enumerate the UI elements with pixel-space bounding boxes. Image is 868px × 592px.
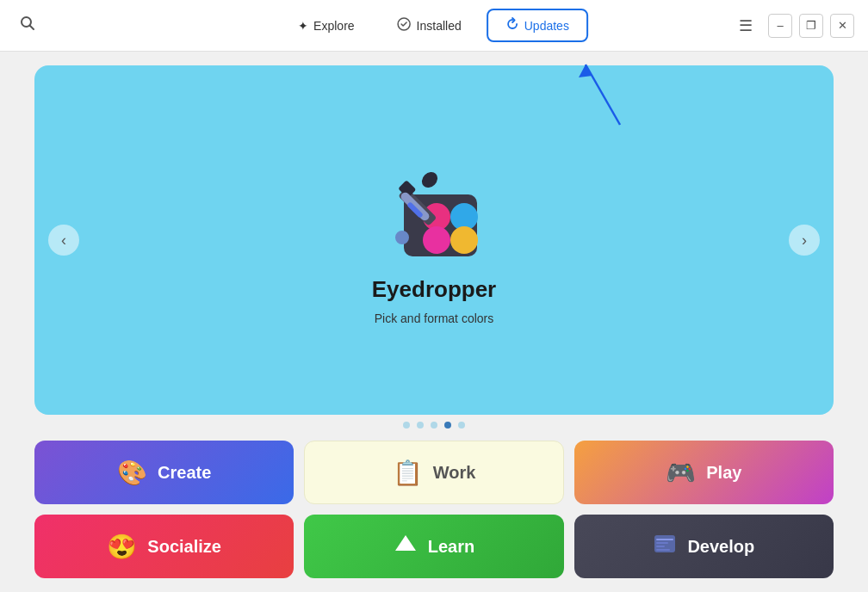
main-content: ‹ [0, 52, 868, 592]
search-icon [19, 15, 36, 32]
svg-rect-20 [656, 546, 665, 547]
learn-label: Learn [428, 537, 474, 557]
category-work-button[interactable]: 📋 Work [304, 441, 563, 504]
play-label: Play [706, 463, 741, 483]
svg-point-8 [423, 226, 450, 254]
svg-rect-19 [656, 542, 668, 544]
category-play-button[interactable]: 🎮 Play [574, 441, 834, 504]
carousel-prev-button[interactable]: ‹ [48, 225, 79, 256]
dot-4[interactable] [444, 422, 451, 429]
category-create-button[interactable]: 🎨 Create [34, 441, 294, 504]
tab-explore-label: Explore [313, 19, 354, 33]
titlebar: ✦ Explore Installed Updates ☰ – [0, 0, 868, 52]
hero-carousel: ‹ [34, 65, 834, 415]
app-icon [378, 156, 490, 268]
app-subtitle: Pick and format colors [375, 311, 494, 325]
play-icon: 🎮 [666, 459, 696, 487]
category-learn-button[interactable]: Learn [304, 515, 563, 578]
tab-updates-label: Updates [524, 19, 569, 33]
restore-button[interactable]: ❐ [799, 14, 823, 38]
develop-icon [653, 532, 677, 562]
category-socialize-button[interactable]: 😍 Socialize [34, 515, 294, 578]
nav-tabs: ✦ Explore Installed Updates [280, 9, 588, 42]
socialize-icon: 😍 [107, 533, 137, 561]
search-button[interactable] [14, 9, 41, 41]
svg-line-1 [30, 26, 34, 30]
category-develop-button[interactable]: Develop [574, 515, 834, 578]
menu-button[interactable]: ☰ [730, 11, 761, 40]
tab-installed-label: Installed [417, 19, 462, 33]
window-controls: ☰ – ❐ ✕ [730, 11, 854, 40]
updates-icon [505, 17, 519, 34]
develop-label: Develop [687, 537, 754, 557]
category-grid: 🎨 Create 📋 Work 🎮 Play 😍 Socialize Learn [34, 441, 834, 578]
close-button[interactable]: ✕ [830, 14, 854, 38]
dot-5[interactable] [458, 422, 465, 429]
work-label: Work [433, 463, 476, 483]
dot-2[interactable] [417, 422, 424, 429]
explore-icon: ✦ [298, 19, 308, 33]
dot-3[interactable] [431, 422, 437, 429]
tab-installed[interactable]: Installed [380, 9, 480, 42]
dot-1[interactable] [403, 422, 410, 429]
app-title: Eyedropper [372, 276, 497, 303]
tab-explore[interactable]: ✦ Explore [280, 9, 372, 42]
svg-point-15 [418, 169, 440, 190]
socialize-label: Socialize [147, 537, 221, 557]
carousel-dots [34, 422, 834, 429]
learn-icon [394, 532, 418, 562]
svg-rect-18 [656, 539, 673, 540]
minimize-button[interactable]: – [768, 14, 792, 38]
tab-updates[interactable]: Updates [487, 9, 588, 42]
svg-marker-16 [395, 535, 416, 551]
create-icon: 🎨 [117, 459, 147, 487]
installed-icon [398, 17, 412, 34]
svg-point-9 [450, 226, 478, 254]
work-icon: 📋 [393, 459, 423, 487]
svg-rect-21 [656, 549, 670, 551]
hero-content: Eyedropper Pick and format colors [372, 156, 497, 325]
carousel-next-button[interactable]: › [789, 225, 820, 256]
create-label: Create [158, 463, 211, 483]
